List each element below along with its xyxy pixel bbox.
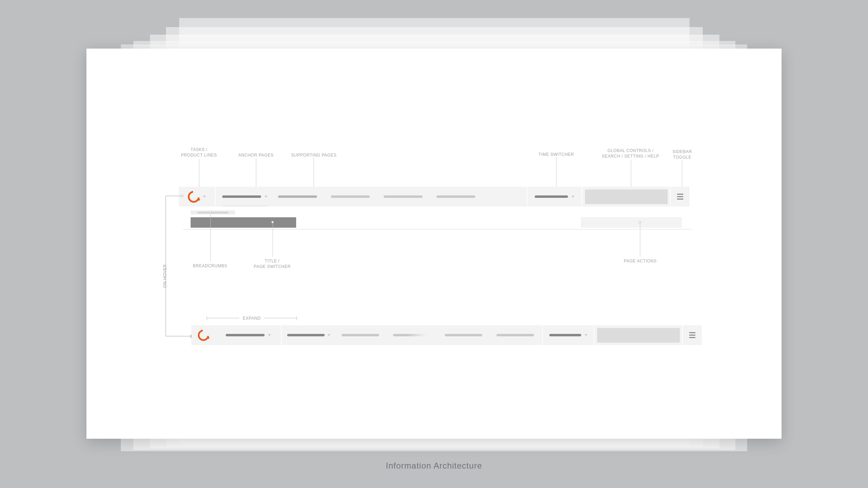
chevron-down-icon <box>585 334 587 336</box>
connector <box>166 336 191 336</box>
nav-tabs <box>216 187 527 207</box>
brand-logo-icon <box>198 329 209 340</box>
chevron-down-icon <box>268 334 271 336</box>
annotation-expand: EXPAND <box>239 316 264 321</box>
leader-line <box>273 222 273 257</box>
time-switcher[interactable] <box>527 187 582 207</box>
nav-tab[interactable] <box>489 325 541 345</box>
logo-cell[interactable] <box>179 187 216 207</box>
nav-tab[interactable] <box>377 187 429 207</box>
chevron-down-icon <box>327 334 330 336</box>
placeholder-text <box>384 195 423 198</box>
annotation-anchor: ANCHOR PAGES <box>230 152 282 158</box>
placeholder-text <box>226 334 265 336</box>
annotation-tasks: TASKS / PRODUCT LINES <box>173 147 225 158</box>
sidebar-toggle[interactable] <box>670 187 690 207</box>
chevron-down-icon <box>571 196 574 197</box>
nav-tab[interactable] <box>438 325 490 345</box>
breadcrumb[interactable] <box>191 210 235 214</box>
placeholder-text <box>436 195 475 198</box>
placeholder-text <box>393 334 431 336</box>
sidebar-toggle[interactable] <box>682 325 702 345</box>
divider <box>183 229 693 229</box>
placeholder-text <box>535 195 568 198</box>
annotation-page-actions: PAGE ACTIONS <box>614 258 666 264</box>
placeholder-text <box>496 334 534 336</box>
connector <box>166 196 181 196</box>
page-title-switcher[interactable] <box>191 217 296 228</box>
navbar-expanded <box>191 325 702 345</box>
global-controls[interactable] <box>594 325 682 345</box>
controls-box <box>597 328 680 343</box>
brand-logo-icon <box>188 191 200 203</box>
nav-tab[interactable] <box>324 187 377 207</box>
placeholder-text <box>445 334 482 336</box>
nav-tab[interactable] <box>218 187 271 207</box>
placeholder-text <box>197 212 228 213</box>
nav-tab[interactable] <box>386 325 438 345</box>
logo-cell[interactable] <box>191 325 216 345</box>
placeholder-text <box>549 334 581 336</box>
placeholder-text <box>222 195 261 198</box>
nav-tab[interactable] <box>283 325 335 345</box>
nav-tab[interactable] <box>271 187 324 207</box>
time-switcher[interactable] <box>542 325 594 345</box>
annotation-title: TITLE / PAGE SWITCHER <box>246 258 298 269</box>
navbar-collapsed <box>179 187 690 207</box>
slide-caption: Information Architecture <box>0 461 868 471</box>
hamburger-icon <box>689 332 695 338</box>
chevron-down-icon <box>203 196 206 197</box>
leader-dot <box>181 195 183 197</box>
placeholder-text <box>331 195 370 198</box>
placeholder-text <box>278 195 317 198</box>
placeholder-text <box>287 334 325 336</box>
nav-tabs <box>282 325 542 345</box>
controls-box <box>585 190 668 204</box>
global-controls[interactable] <box>582 187 670 207</box>
nav-tab[interactable] <box>429 187 482 207</box>
leader-line <box>640 222 640 257</box>
placeholder-text <box>342 334 379 336</box>
chevron-down-icon <box>265 196 267 197</box>
annotation-global-controls: GLOBAL CONTROLS / SEARCH / SETTING / HEL… <box>591 148 670 159</box>
annotation-sidebar-toggle: SIDEBAR TOGGLE <box>661 149 703 160</box>
product-switcher[interactable] <box>216 325 282 345</box>
annotation-breadcrumbs: BREADCRUMBS <box>186 263 234 269</box>
expand-bracket: EXPAND <box>207 317 297 320</box>
hamburger-icon <box>677 194 683 200</box>
slide: TASKS / PRODUCT LINES ANCHOR PAGES SUPPO… <box>86 49 782 439</box>
annotation-on-hover: ON HOVER <box>162 257 168 295</box>
leader-line <box>210 212 211 261</box>
annotation-supporting: SUPPORTING PAGES <box>288 152 340 158</box>
annotation-time-switcher: TIME SWITCHER <box>530 152 582 157</box>
nav-tab[interactable] <box>335 325 386 345</box>
page-actions[interactable] <box>581 217 682 228</box>
